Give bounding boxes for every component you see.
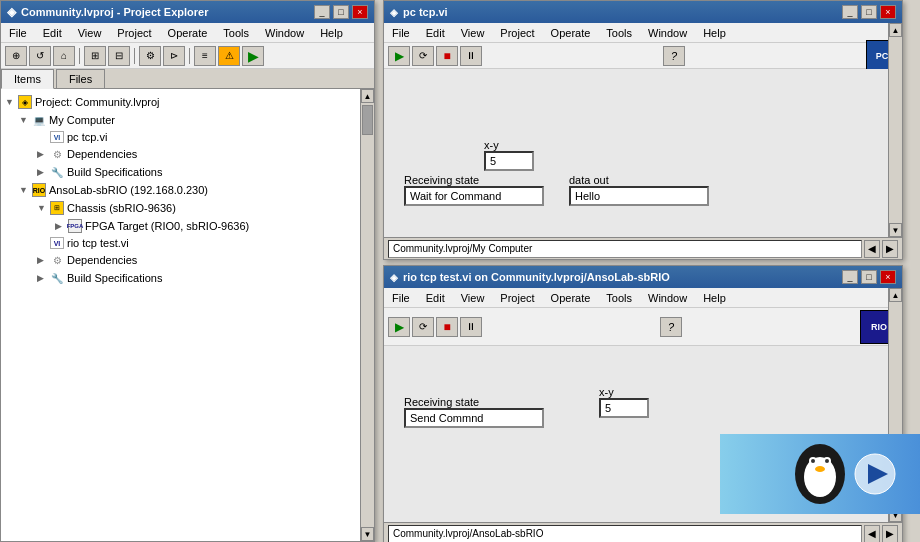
menu-window[interactable]: Window [261,26,308,40]
menu-edit[interactable]: Edit [39,26,66,40]
tree-item-build-ansolab[interactable]: ▶ 🔧 Build Specifications [1,269,360,287]
rio-xy-container: x-y 5 [599,386,649,418]
my-computer-label: My Computer [49,114,115,126]
pc-menu-operate[interactable]: Operate [547,26,595,40]
tree-item-deps-mycomputer[interactable]: ▶ ⚙ Dependencies [1,145,360,163]
toolbar-btn-3[interactable]: ⌂ [53,46,75,66]
data-out-value: Hello [569,186,709,206]
tree-item-build-mycomputer[interactable]: ▶ 🔧 Build Specifications [1,163,360,181]
menu-operate[interactable]: Operate [164,26,212,40]
rio-help-btn[interactable]: ? [660,317,682,337]
tab-files[interactable]: Files [56,69,105,88]
close-button[interactable]: × [352,5,368,19]
pc-tcp-vi-label: pc tcp.vi [67,131,107,143]
toolbar-btn-10[interactable]: ▶ [242,46,264,66]
toolbar-btn-6[interactable]: ⚙ [139,46,161,66]
pc-maximize-btn[interactable]: □ [861,5,877,19]
rio-menu-file[interactable]: File [388,291,414,305]
rio-pause-btn[interactable]: ⏸ [460,317,482,337]
toolbar-btn-9[interactable]: ⚠ [218,46,240,66]
svg-point-6 [815,466,825,472]
tree-item-rio-tcp-vi[interactable]: VI rio tcp test.vi [1,235,360,251]
scroll-down-btn[interactable]: ▼ [361,527,374,541]
deps-label-2: Dependencies [67,254,137,266]
rio-toolbar: ▶ ⟳ ■ ⏸ ? RIO [384,308,902,346]
pc-menu-help[interactable]: Help [699,26,730,40]
tab-items[interactable]: Items [1,69,54,89]
pc-pause-btn[interactable]: ⏸ [460,46,482,66]
pc-scroll-up[interactable]: ▲ [889,23,902,37]
rio-nav-arrow-left[interactable]: ◀ [864,525,880,543]
rio-scroll-up[interactable]: ▲ [889,288,902,302]
pc-menu-file[interactable]: File [388,26,414,40]
scroll-up-btn[interactable]: ▲ [361,89,374,103]
toolbar-btn-2[interactable]: ↺ [29,46,51,66]
toolbar-btn-4[interactable]: ⊞ [84,46,106,66]
menu-project[interactable]: Project [113,26,155,40]
rio-menu-edit[interactable]: Edit [422,291,449,305]
pc-nav-arrow-left[interactable]: ◀ [864,240,880,258]
project-explorer-menu-bar: File Edit View Project Operate Tools Win… [1,23,374,43]
pc-scrollbar[interactable]: ▲ ▼ [888,23,902,237]
rio-nav-arrow-right[interactable]: ▶ [882,525,898,543]
rio-menu-project[interactable]: Project [496,291,538,305]
rio-run-cont-btn[interactable]: ⟳ [412,317,434,337]
menu-file[interactable]: File [5,26,31,40]
toolbar-btn-1[interactable]: ⊕ [5,46,27,66]
maximize-button[interactable]: □ [333,5,349,19]
minimize-button[interactable]: _ [314,5,330,19]
pc-run-cont-btn[interactable]: ⟳ [412,46,434,66]
pc-menu-project[interactable]: Project [496,26,538,40]
rio-receiving-state-value: Send Commnd [404,408,544,428]
tree-item-chassis[interactable]: ▼ ⊞ Chassis (sbRIO-9636) [1,199,360,217]
rio-menu-help[interactable]: Help [699,291,730,305]
menu-tools[interactable]: Tools [219,26,253,40]
rio-tcp-vi-title: rio tcp test.vi on Community.lvproj/Anso… [403,271,670,283]
pc-help-btn[interactable]: ? [663,46,685,66]
pc-scroll-track [889,37,902,223]
pc-abort-btn[interactable]: ■ [436,46,458,66]
tree-item-project-root[interactable]: ▼ ◈ Project: Community.lvproj [1,93,360,111]
menu-view[interactable]: View [74,26,106,40]
rio-menu-tools[interactable]: Tools [602,291,636,305]
pc-menu-window[interactable]: Window [644,26,691,40]
pc-menu-view[interactable]: View [457,26,489,40]
arrow-deps-2: ▶ [37,255,47,265]
rio-menu-window[interactable]: Window [644,291,691,305]
pc-menu-edit[interactable]: Edit [422,26,449,40]
title-bar-left: ◈ Community.lvproj - Project Explorer [7,5,208,19]
rio-abort-btn[interactable]: ■ [436,317,458,337]
pc-tcp-vi-content: File Edit View Project Operate Tools Win… [384,23,902,259]
rio-menu-operate[interactable]: Operate [547,291,595,305]
pc-menu-tools[interactable]: Tools [602,26,636,40]
pc-minimize-btn[interactable]: _ [842,5,858,19]
pc-close-btn[interactable]: × [880,5,896,19]
toolbar-btn-7[interactable]: ⊳ [163,46,185,66]
build-icon-2: 🔧 [50,271,64,285]
pc-toolbar: ▶ ⟳ ■ ⏸ ? PC [384,43,902,69]
scroll-thumb[interactable] [362,105,373,135]
rio-menu-view[interactable]: View [457,291,489,305]
tree-item-my-computer[interactable]: ▼ 💻 My Computer [1,111,360,129]
toolbar-sep-3 [189,48,190,64]
rio-maximize-btn[interactable]: □ [861,270,877,284]
arrow-deps-1: ▶ [37,149,47,159]
tree-item-pc-tcp-vi[interactable]: VI pc tcp.vi [1,129,360,145]
tree-item-fpga[interactable]: ▶ FPGA FPGA Target (RIO0, sbRIO-9636) [1,217,360,235]
deps-icon-2: ⚙ [50,253,64,267]
pc-nav-arrow-right[interactable]: ▶ [882,240,898,258]
toolbar-btn-5[interactable]: ⊟ [108,46,130,66]
pc-scroll-down[interactable]: ▼ [889,223,902,237]
tree-item-deps-ansolab[interactable]: ▶ ⚙ Dependencies [1,251,360,269]
rio-run-btn[interactable]: ▶ [388,317,410,337]
pc-run-btn[interactable]: ▶ [388,46,410,66]
vi-icon-rio-tcp: VI [50,237,64,249]
rio-title-controls: _ □ × [842,270,896,284]
tree-item-ansolab[interactable]: ▼ RIO AnsoLab-sbRIO (192.168.0.230) [1,181,360,199]
toolbar-btn-8[interactable]: ≡ [194,46,216,66]
project-tree-scrollbar[interactable]: ▲ ▼ [360,89,374,541]
rio-tcp-vi-title-bar: ◈ rio tcp test.vi on Community.lvproj/An… [384,266,902,288]
rio-minimize-btn[interactable]: _ [842,270,858,284]
menu-help[interactable]: Help [316,26,347,40]
rio-close-btn[interactable]: × [880,270,896,284]
